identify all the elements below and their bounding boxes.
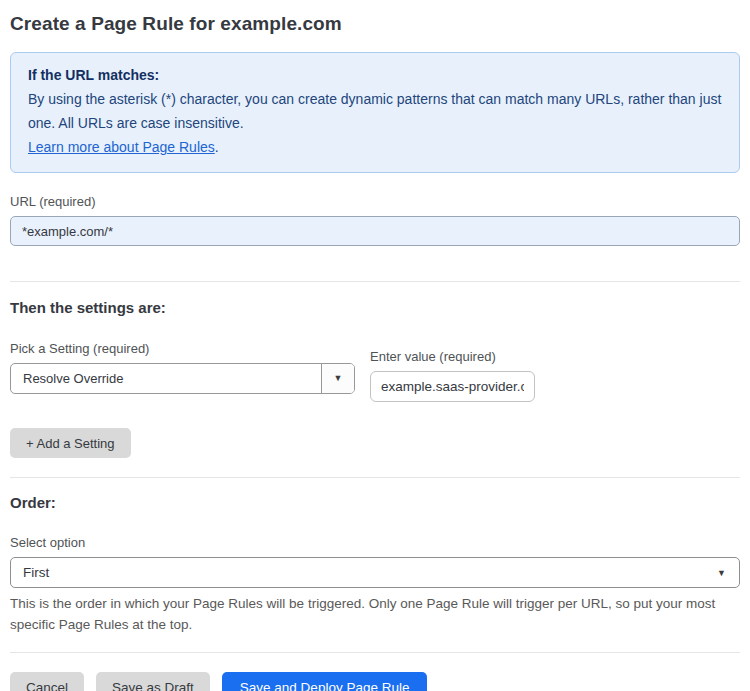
save-as-draft-button[interactable]: Save as Draft <box>96 672 210 691</box>
info-box-link-line: Learn more about Page Rules. <box>28 135 722 159</box>
info-box-body: By using the asterisk (*) character, you… <box>28 87 722 135</box>
page-rule-form: Create a Page Rule for example.com If th… <box>0 0 750 691</box>
order-section-heading: Order: <box>10 494 740 511</box>
setting-select-value: Resolve Override <box>11 364 321 393</box>
setting-row: Pick a Setting (required) Resolve Overri… <box>10 341 740 402</box>
add-setting-button[interactable]: + Add a Setting <box>10 428 131 458</box>
chevron-down-icon: ▼ <box>334 374 343 383</box>
setting-select[interactable]: Resolve Override ▼ <box>10 363 355 394</box>
order-select[interactable]: First ▼ <box>10 557 740 588</box>
settings-section-heading: Then the settings are: <box>10 299 740 316</box>
pick-setting-column: Pick a Setting (required) Resolve Overri… <box>10 341 355 394</box>
footer-divider <box>10 652 740 653</box>
setting-select-arrow-button[interactable]: ▼ <box>321 364 354 393</box>
section-divider <box>10 477 740 478</box>
cancel-button[interactable]: Cancel <box>10 672 84 691</box>
enter-value-label: Enter value (required) <box>370 349 535 364</box>
save-and-deploy-button[interactable]: Save and Deploy Page Rule <box>222 672 428 691</box>
section-divider <box>10 281 740 282</box>
enter-value-column: Enter value (required) <box>370 341 535 402</box>
info-box-heading: If the URL matches: <box>28 63 722 87</box>
order-select-label: Select option <box>10 535 740 550</box>
chevron-down-icon: ▼ <box>717 568 726 577</box>
link-suffix: . <box>215 139 219 155</box>
learn-more-link[interactable]: Learn more about Page Rules <box>28 139 215 155</box>
pick-setting-label: Pick a Setting (required) <box>10 341 355 356</box>
url-field-label: URL (required) <box>10 194 740 209</box>
order-help-text: This is the order in which your Page Rul… <box>10 593 725 635</box>
order-select-value: First <box>23 565 49 580</box>
footer-actions: Cancel Save as Draft Save and Deploy Pag… <box>10 672 740 691</box>
url-match-info-box: If the URL matches: By using the asteris… <box>10 52 740 173</box>
setting-value-input[interactable] <box>370 371 535 402</box>
page-title: Create a Page Rule for example.com <box>10 0 740 35</box>
url-input[interactable] <box>10 216 740 246</box>
